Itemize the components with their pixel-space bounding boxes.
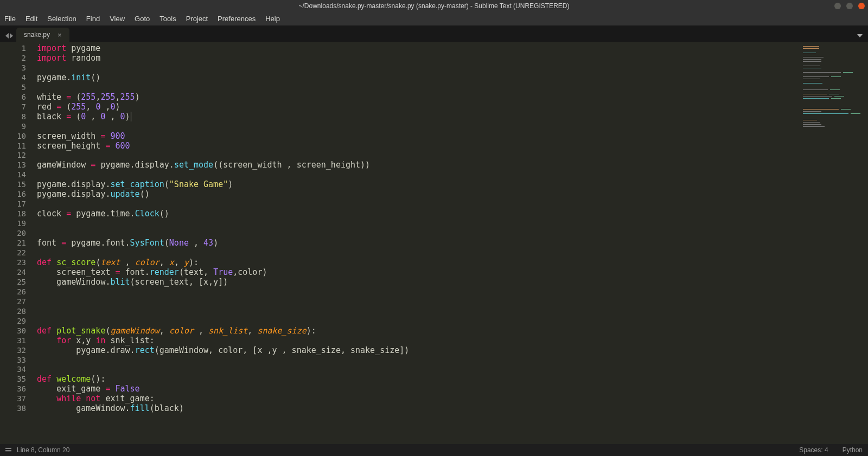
code-line[interactable]: def plot_snake(gameWindow, color , snk_l… [37,326,797,336]
code-line[interactable] [37,122,797,132]
code-line[interactable]: white = (255,255,255) [37,93,797,102]
menu-edit[interactable]: Edit [25,15,37,23]
syntax-selector[interactable]: Python [843,446,863,454]
line-number: 6 [0,93,26,102]
code-line[interactable]: black = (0 , 0 , 0) [37,112,797,122]
code-line[interactable]: pygame.draw.rect(gameWindow, color, [x ,… [37,346,797,356]
code-line[interactable] [37,151,797,160]
code-line[interactable] [37,83,797,93]
code-line[interactable] [37,317,797,326]
menu-view[interactable]: View [110,15,125,23]
code-line[interactable]: def welcome(): [37,375,797,384]
code-line[interactable] [37,63,797,73]
close-icon[interactable] [858,3,865,9]
line-number: 35 [0,375,26,384]
code-line[interactable] [37,219,797,229]
line-number: 11 [0,142,26,151]
line-number: 29 [0,317,26,326]
nav-back-icon[interactable] [5,33,9,38]
line-number: 17 [0,200,26,209]
minimap[interactable] [797,42,868,444]
code-line[interactable] [37,307,797,317]
code-line[interactable] [37,170,797,180]
code-line[interactable]: exit_game = False [37,384,797,394]
code-line[interactable]: pygame.init() [37,73,797,83]
editor[interactable]: 1234567891011121314151617181920212223242… [0,42,868,444]
line-number: 3 [0,63,26,73]
tab-close-icon[interactable]: × [58,31,62,39]
code-line[interactable]: font = pygame.font.SysFont(None , 43) [37,239,797,248]
line-number: 24 [0,268,26,278]
statusbar: Line 8, Column 20 Spaces: 4 Python [0,444,868,456]
line-number: 14 [0,170,26,180]
code-line[interactable]: for x,y in snk_list: [37,336,797,346]
tabbar: snake.py × [0,25,868,42]
line-number: 9 [0,122,26,132]
line-number: 13 [0,160,26,170]
menu-selection[interactable]: Selection [47,15,76,23]
code-line[interactable]: def sc_score(text , color, x, y): [37,258,797,268]
line-number: 37 [0,394,26,404]
code-line[interactable] [37,248,797,258]
tab-menu-dropdown-icon[interactable] [857,34,863,37]
line-number: 5 [0,83,26,93]
tab-label: snake.py [24,31,50,38]
menu-help[interactable]: Help [265,15,280,23]
code-line[interactable]: screen_height = 600 [37,142,797,151]
line-number: 26 [0,287,26,297]
line-number: 18 [0,209,26,219]
code-line[interactable] [37,297,797,307]
code-line[interactable]: red = (255, 0 ,0) [37,102,797,112]
line-number: 7 [0,102,26,112]
code-line[interactable]: import pygame [37,44,797,54]
line-number: 33 [0,356,26,365]
line-number: 23 [0,258,26,268]
code-line[interactable]: clock = pygame.time.Clock() [37,209,797,219]
tab-snake-py[interactable]: snake.py × [16,28,69,42]
line-number: 19 [0,219,26,229]
cursor-position[interactable]: Line 8, Column 20 [17,446,69,454]
code-line[interactable] [37,229,797,239]
code-line[interactable]: screen_width = 900 [37,132,797,142]
indent-settings[interactable]: Spaces: 4 [799,446,828,454]
minimize-icon[interactable] [834,3,841,9]
titlebar: ~/Downloads/snake.py-master/snake.py (sn… [0,0,868,12]
maximize-icon[interactable] [846,3,853,9]
window-title: ~/Downloads/snake.py-master/snake.py (sn… [299,2,570,10]
menu-preferences[interactable]: Preferences [218,15,256,23]
line-number: 28 [0,307,26,317]
code-line[interactable]: gameWindow.blit(screen_text, [x,y]) [37,278,797,287]
nav-forward-icon[interactable] [10,33,13,38]
line-number: 12 [0,151,26,160]
code-line[interactable]: import random [37,54,797,63]
code-line[interactable]: gameWindow = pygame.display.set_mode((sc… [37,160,797,170]
code-line[interactable]: pygame.display.set_caption("Snake Game") [37,180,797,190]
line-number: 27 [0,297,26,307]
line-number: 4 [0,73,26,83]
line-number: 32 [0,346,26,356]
code-line[interactable] [37,200,797,209]
code-line[interactable] [37,365,797,375]
menubar: File Edit Selection Find View Goto Tools… [0,12,868,25]
code-line[interactable] [37,287,797,297]
line-number: 15 [0,180,26,190]
panel-switcher-icon[interactable] [5,448,11,452]
menu-find[interactable]: Find [86,15,100,23]
menu-tools[interactable]: Tools [159,15,176,23]
code-line[interactable]: while not exit_game: [37,394,797,404]
code-line[interactable] [37,356,797,365]
line-number: 20 [0,229,26,239]
code-line[interactable]: screen_text = font.render(text, True,col… [37,268,797,278]
code-line[interactable]: pygame.display.update() [37,190,797,200]
line-number: 34 [0,365,26,375]
menu-file[interactable]: File [4,15,16,23]
line-number: 21 [0,239,26,248]
line-number: 16 [0,190,26,200]
line-number: 38 [0,404,26,414]
line-number-gutter: 1234567891011121314151617181920212223242… [0,42,29,444]
menu-project[interactable]: Project [186,15,208,23]
menu-goto[interactable]: Goto [135,15,150,23]
line-number: 10 [0,132,26,142]
code-line[interactable]: gameWindow.fill(black) [37,404,797,414]
code-area[interactable]: import pygameimport random pygame.init()… [29,42,797,444]
